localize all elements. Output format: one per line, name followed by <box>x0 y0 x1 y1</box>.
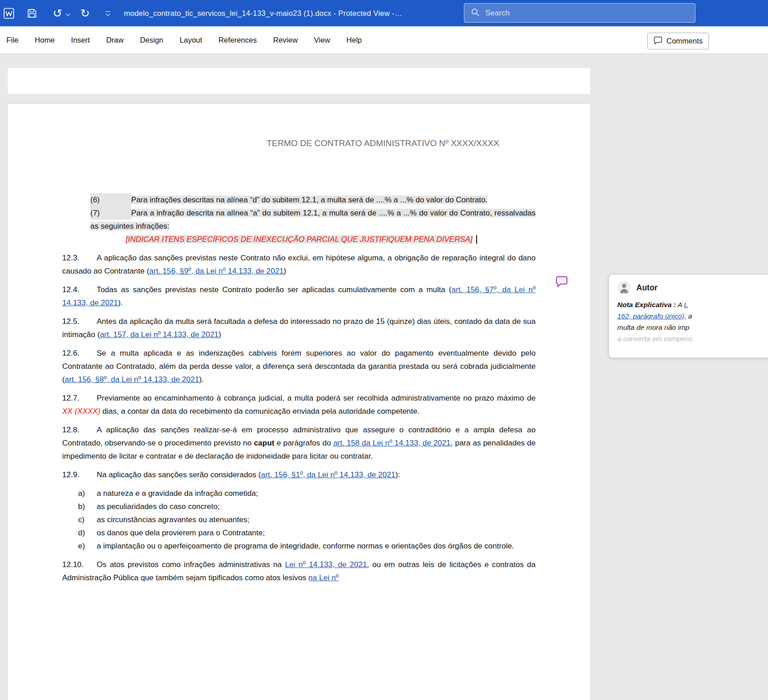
tab-draw[interactable]: Draw <box>106 36 124 44</box>
search-icon <box>471 8 480 19</box>
chevron-down-icon[interactable] <box>66 11 69 15</box>
text-caret <box>476 235 478 244</box>
list-letter: a) <box>78 487 97 500</box>
save-icon[interactable] <box>27 8 37 19</box>
clause-12-7-paragraph: 12.7.Previamente ao encaminhamento à cob… <box>62 392 536 418</box>
tab-home[interactable]: Home <box>35 36 55 44</box>
clause-text: dias, a contar da data do recebimento da… <box>100 407 419 416</box>
tab-view[interactable]: View <box>314 36 330 44</box>
clause-number: 12.5. <box>62 315 97 328</box>
list-letter: b) <box>78 500 97 513</box>
lettered-list: a)a natureza e a gravidade da infração c… <box>62 487 536 553</box>
list-item: b)as peculiaridades do caso concreto; <box>90 500 536 513</box>
comment-author: Autor <box>636 283 658 293</box>
comment-header: Autor <box>617 281 768 294</box>
word-app-icon[interactable] <box>3 7 15 20</box>
list-item: c)as circunstâncias agravantes ou atenua… <box>90 513 536 526</box>
list-letter: c) <box>78 513 97 526</box>
clause-number: (7) <box>90 206 131 220</box>
list-letter: d) <box>78 526 97 539</box>
law-link[interactable]: art. 156, §8º, da Lei nº 14.133, de 2021 <box>65 375 199 384</box>
clause-text: Previamente ao encaminhamento à cobrança… <box>97 394 536 402</box>
ribbon: File Home Insert Draw Design Layout Refe… <box>0 26 768 54</box>
clause-12-6-paragraph: 12.6.Se a multa aplicada e as indenizaçõ… <box>62 347 536 386</box>
law-link[interactable]: Lei nº 14.133, de 2021 <box>285 560 367 569</box>
clause-number: 12.3. <box>62 251 97 264</box>
comment-card[interactable]: Autor Nota Explicativa : A L 162, parágr… <box>609 274 768 358</box>
law-link[interactable]: L <box>684 301 688 308</box>
comment-marker-icon[interactable] <box>556 276 568 289</box>
comment-line-faded: a converta em compens <box>617 333 768 344</box>
clause-12-3-paragraph: 12.3.A aplicação das sanções previstas n… <box>62 251 536 278</box>
document-title: modelo_contrato_tic_servicos_lei_14-133_… <box>124 9 402 18</box>
comment-icon <box>654 36 662 46</box>
clause-number: (6) <box>90 193 131 206</box>
clause-12-10-paragraph: 12.10.Os atos previstos como infrações a… <box>62 558 536 584</box>
list-text: a implantação ou o aperfeiçoamento de pr… <box>97 542 514 550</box>
comments-button[interactable]: Comments <box>647 33 709 49</box>
list-letter: e) <box>78 539 97 553</box>
document-canvas: TERMO DE CONTRATO ADMINISTRATIVO Nº XXXX… <box>0 54 768 700</box>
comment-line: multa de mora não imp <box>617 322 768 333</box>
comment-body: Nota Explicativa : A L 162, parágrafo ún… <box>617 299 768 344</box>
clause-7-paragraph: (7)Para a infração descrita na alínea “a… <box>90 206 536 233</box>
undo-icon[interactable]: ↺ <box>53 8 62 19</box>
search-input[interactable] <box>484 8 677 18</box>
clause-text: Todas as sanções previstas neste Contrat… <box>97 285 452 294</box>
document-page[interactable]: TERMO DE CONTRATO ADMINISTRATIVO Nº XXXX… <box>8 104 590 700</box>
clause-text: e parágrafos do <box>275 439 334 447</box>
clause-number: 12.6. <box>62 347 97 360</box>
clause-6-paragraph: (6)Para infrações descritas na alínea “d… <box>90 193 536 206</box>
clause-text: Os atos previstos como infrações adminis… <box>97 560 285 569</box>
law-link[interactable]: art. 156, §9º, da Lei nº 14.133, de 2021 <box>149 267 284 275</box>
comment-line: 162, parágrafo único), a <box>617 310 768 322</box>
clause-text: A aplicação das sanções previstas neste … <box>62 254 536 275</box>
clause-12-5-paragraph: 12.5.Antes da aplicação da multa será fa… <box>62 315 536 341</box>
tab-insert[interactable]: Insert <box>71 36 90 44</box>
list-item: e)a implantação ou o aperfeiçoamento de … <box>90 539 536 553</box>
editor-placeholder-note: [INDICAR ITENS ESPECÍFICOS DE INEXECUÇÃO… <box>126 233 536 246</box>
tab-help[interactable]: Help <box>346 36 362 44</box>
quick-access-toolbar-chevron-icon[interactable] <box>105 11 110 15</box>
list-text: as peculiaridades do caso concreto; <box>97 502 220 511</box>
clause-number: 12.8. <box>62 423 97 436</box>
comments-button-label: Comments <box>666 37 703 45</box>
redo-icon[interactable]: ↻ <box>80 8 90 19</box>
comment-line: Nota Explicativa : A L <box>617 299 768 310</box>
clause-text: ) <box>219 330 222 339</box>
list-text: as circunstâncias agravantes ou atenuant… <box>97 515 249 524</box>
author-avatar-icon <box>617 281 631 294</box>
list-item: a)a natureza e a gravidade da infração c… <box>90 487 536 500</box>
titlebar: ↺ ↻ modelo_contrato_tic_servicos_lei_14-… <box>0 0 768 26</box>
list-text: a natureza e a gravidade da infração com… <box>97 489 258 498</box>
clause-text: ) <box>284 267 286 275</box>
list-text: os danos que dela provierem para o Contr… <box>97 529 265 537</box>
placeholder-text: [INDICAR ITENS ESPECÍFICOS DE INEXECUÇÃO… <box>126 235 473 244</box>
tab-file[interactable]: File <box>6 36 19 44</box>
law-link[interactable]: art. 156, §1º, da Lei nº 14.133, de 2021 <box>261 470 395 479</box>
tab-review[interactable]: Review <box>273 36 298 44</box>
clause-12-8-paragraph: 12.8.A aplicação das sanções realizar-se… <box>62 423 536 463</box>
placeholder-value: XX (XXXX) <box>62 407 100 416</box>
law-link[interactable]: art. 157, da Lei nº 14.133, de 2021 <box>100 330 218 339</box>
clause-text: Para infrações descritas na alínea “d” d… <box>131 196 487 204</box>
search-box[interactable] <box>464 3 695 23</box>
law-link[interactable]: 162, parágrafo único), <box>617 312 686 320</box>
clause-number: 12.9. <box>62 468 97 481</box>
clause-number: 12.7. <box>62 392 97 405</box>
law-link[interactable]: na Lei nº <box>308 573 339 582</box>
clause-12-4-paragraph: 12.4.Todas as sanções previstas neste Co… <box>62 283 536 309</box>
tab-layout[interactable]: Layout <box>180 36 202 44</box>
clause-number: 12.4. <box>62 283 97 296</box>
law-link[interactable]: art. 158 da Lei nº 14.133, de 2021 <box>333 439 451 447</box>
clause-text: Para a infração descrita na alínea “a” d… <box>90 209 536 230</box>
tab-design[interactable]: Design <box>140 36 163 44</box>
clause-text: ). <box>118 299 123 307</box>
note-label: Nota Explicativa : <box>617 301 676 308</box>
clause-number: 12.10. <box>62 558 97 571</box>
clause-text: Na aplicação das sanções serão considera… <box>97 470 261 479</box>
document-heading: TERMO DE CONTRATO ADMINISTRATIVO Nº XXXX… <box>62 137 536 150</box>
bold-term: caput <box>254 439 274 447</box>
list-item: d)os danos que dela provierem para o Con… <box>90 526 536 539</box>
tab-references[interactable]: References <box>218 36 256 44</box>
